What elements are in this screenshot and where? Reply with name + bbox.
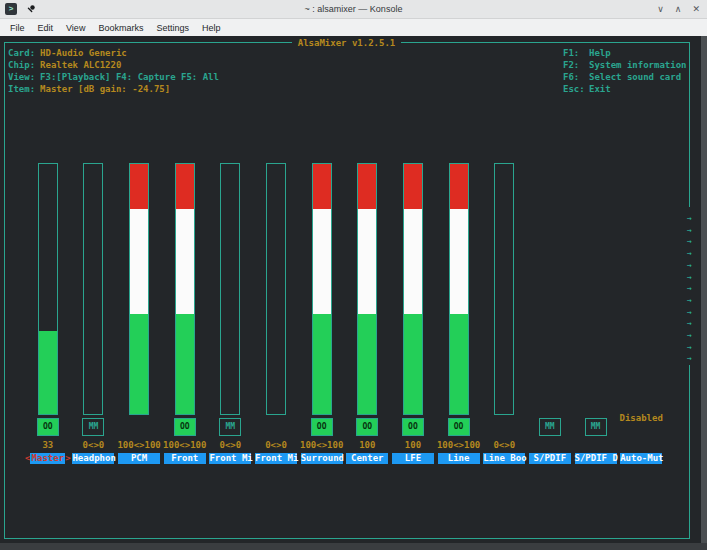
channel-label[interactable]: Center bbox=[346, 453, 388, 464]
channel-label[interactable]: Master bbox=[30, 453, 65, 464]
volume-value: 100 bbox=[359, 440, 375, 451]
label-row: Front Mi bbox=[253, 453, 299, 464]
label-row: Front Mi bbox=[208, 453, 254, 464]
channel-label[interactable]: Front bbox=[164, 453, 206, 464]
bar-fill-g bbox=[39, 331, 57, 414]
label-row: Headphon bbox=[71, 453, 117, 464]
volume-bar[interactable] bbox=[449, 163, 469, 415]
f1-help: F1:Help bbox=[563, 47, 687, 59]
card-label: Card: bbox=[8, 48, 35, 58]
more-controls-right-arrow-icon: → bbox=[687, 296, 699, 306]
channel-center-7: OO100Center bbox=[344, 163, 390, 464]
volume-bar[interactable] bbox=[38, 163, 58, 415]
label-row: Surround bbox=[299, 453, 345, 464]
switch-row: OO bbox=[390, 418, 436, 438]
terminal-area[interactable]: AlsaMixer v1.2.5.1 Card:HD-Audio Generic… bbox=[0, 36, 707, 550]
volume-value: 100<>100 bbox=[163, 440, 206, 451]
unmuted-switch[interactable]: OO bbox=[356, 418, 378, 436]
channel-label[interactable]: Surround bbox=[301, 453, 343, 464]
label-row: Front bbox=[162, 453, 208, 464]
bar-fill-r bbox=[358, 164, 376, 209]
label-row: Auto-Mut bbox=[618, 453, 664, 464]
bar-fill-w bbox=[358, 209, 376, 314]
channel-label[interactable]: S/PDIF D bbox=[575, 453, 617, 464]
channel-line-boo-10: 0<>0Line Boo bbox=[481, 163, 527, 464]
close-button[interactable]: ✕ bbox=[692, 4, 700, 14]
bar-fill-w bbox=[450, 209, 468, 314]
volume-bar[interactable] bbox=[494, 163, 514, 415]
volume-bar[interactable] bbox=[175, 163, 195, 415]
label-row: PCM bbox=[116, 453, 162, 464]
volume-bar[interactable] bbox=[266, 163, 286, 415]
channel-front-mi-5: 0<>0Front Mi bbox=[253, 163, 299, 464]
channel-lfe-8: OO100LFE bbox=[390, 163, 436, 464]
channel-strip-row: OO33<Master>MM0<>0Headphon100<>100PCMOO1… bbox=[25, 163, 664, 464]
bar-fill-g bbox=[404, 314, 422, 414]
muted-switch[interactable]: MM bbox=[219, 418, 241, 436]
menu-item-edit[interactable]: Edit bbox=[38, 23, 54, 33]
mixer-info: Card:HD-Audio Generic Chip:Realtek ALC12… bbox=[8, 47, 219, 95]
volume-bar-area bbox=[25, 163, 71, 415]
switch-row bbox=[116, 418, 162, 438]
switch-row: MM bbox=[573, 418, 619, 438]
volume-value: 0<>0 bbox=[493, 440, 515, 451]
menu-item-help[interactable]: Help bbox=[202, 23, 221, 33]
maximize-button[interactable]: ∧ bbox=[675, 4, 682, 14]
menu-item-view[interactable]: View bbox=[66, 23, 85, 33]
channel-label[interactable]: LFE bbox=[392, 453, 434, 464]
function-key-help: F1:Help F2:System information F6:Select … bbox=[563, 47, 687, 95]
channel-front-mi-4: MM0<>0Front Mi bbox=[208, 163, 254, 464]
label-row: Line bbox=[436, 453, 482, 464]
channel-label[interactable]: S/PDIF bbox=[529, 453, 571, 464]
channel-label[interactable]: Front Mi bbox=[209, 453, 251, 464]
unmuted-switch[interactable]: OO bbox=[402, 418, 424, 436]
more-controls-right-arrow-icon: → bbox=[687, 331, 699, 341]
volume-bar[interactable] bbox=[220, 163, 240, 415]
label-row: <Master> bbox=[25, 453, 71, 464]
volume-value: 0<>0 bbox=[265, 440, 287, 451]
unmuted-switch[interactable]: OO bbox=[311, 418, 333, 436]
muted-switch[interactable]: MM bbox=[585, 418, 607, 436]
konsole-window: > ~ : alsamixer — Konsole ∨ ∧ ✕ FileEdit… bbox=[0, 0, 707, 550]
switch-row: OO bbox=[436, 418, 482, 438]
volume-bar[interactable] bbox=[312, 163, 332, 415]
channel-pcm-2: 100<>100PCM bbox=[116, 163, 162, 464]
volume-bar-area bbox=[299, 163, 345, 415]
esc-exit: Esc:Exit bbox=[563, 83, 687, 95]
more-controls-right-arrow-icon: → bbox=[687, 226, 699, 236]
channel-label[interactable]: Front Mi bbox=[255, 453, 297, 464]
unmuted-switch[interactable]: OO bbox=[174, 418, 196, 436]
channel-label[interactable]: Auto-Mut bbox=[620, 453, 662, 464]
bar-fill-g bbox=[176, 314, 194, 414]
bar-fill-w bbox=[130, 209, 148, 314]
channel-headphon-1: MM0<>0Headphon bbox=[71, 163, 117, 464]
channel-label[interactable]: PCM bbox=[118, 453, 160, 464]
switch-row: OO bbox=[344, 418, 390, 438]
volume-bar[interactable] bbox=[357, 163, 377, 415]
channel-label[interactable]: Line Boo bbox=[483, 453, 525, 464]
chip-line: Chip:Realtek ALC1220 bbox=[8, 59, 219, 71]
bar-fill-g bbox=[450, 314, 468, 414]
volume-bar[interactable] bbox=[403, 163, 423, 415]
title-bar: > ~ : alsamixer — Konsole ∨ ∧ ✕ bbox=[0, 0, 707, 19]
minimize-button[interactable]: ∨ bbox=[657, 4, 664, 14]
volume-value: 33 bbox=[42, 440, 53, 451]
bar-fill-w bbox=[404, 209, 422, 314]
channel-label[interactable]: Headphon bbox=[72, 453, 114, 464]
muted-switch[interactable]: MM bbox=[539, 418, 561, 436]
channel-line-9: OO100<>100Line bbox=[436, 163, 482, 464]
menu-item-bookmarks[interactable]: Bookmarks bbox=[98, 23, 143, 33]
label-row: S/PDIF D bbox=[573, 453, 619, 464]
channel-label[interactable]: Line bbox=[438, 453, 480, 464]
volume-bar[interactable] bbox=[83, 163, 103, 415]
menu-item-file[interactable]: File bbox=[10, 23, 25, 33]
menu-item-settings[interactable]: Settings bbox=[156, 23, 189, 33]
unmuted-switch[interactable]: OO bbox=[448, 418, 470, 436]
bar-fill-r bbox=[313, 164, 331, 209]
terminal-scrollbar[interactable] bbox=[701, 36, 707, 550]
volume-bar[interactable] bbox=[129, 163, 149, 415]
muted-switch[interactable]: MM bbox=[82, 418, 104, 436]
volume-bar-area: Disabled bbox=[618, 163, 664, 415]
channel-surround-6: OO100<>100Surround bbox=[299, 163, 345, 464]
unmuted-switch[interactable]: OO bbox=[37, 418, 59, 436]
